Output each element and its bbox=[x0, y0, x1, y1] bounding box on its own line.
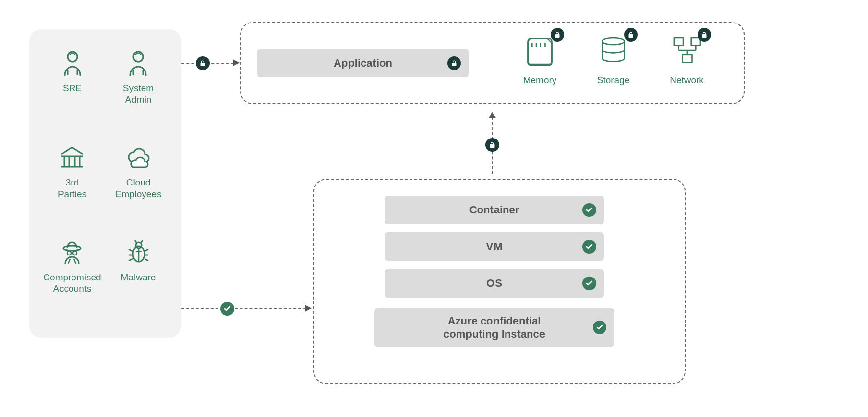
application-bar: Application bbox=[257, 49, 469, 77]
lock-icon bbox=[196, 56, 210, 70]
arrow-head-icon bbox=[233, 59, 240, 66]
arrow-to-stack bbox=[181, 308, 306, 309]
arrow-head-icon bbox=[305, 305, 312, 312]
stack-label: Container bbox=[469, 203, 520, 217]
actor-label: CloudEmployees bbox=[116, 177, 162, 200]
check-icon bbox=[582, 240, 596, 254]
resource-memory: Memory bbox=[519, 32, 560, 86]
check-icon bbox=[593, 321, 606, 334]
lock-icon bbox=[447, 56, 461, 70]
application-label: Application bbox=[334, 57, 392, 70]
lock-icon bbox=[698, 28, 711, 42]
cloud-icon bbox=[125, 143, 152, 171]
actor-label: CompromisedAccounts bbox=[43, 272, 101, 295]
threat-actors-panel: SRE SystemAdmin 3rdParties CloudEmployee… bbox=[29, 29, 181, 338]
spy-icon bbox=[58, 238, 86, 266]
actor-cloud-employees: CloudEmployees bbox=[116, 143, 162, 200]
actor-third-parties: 3rdParties bbox=[58, 143, 87, 200]
actor-compromised-accounts: CompromisedAccounts bbox=[43, 238, 101, 295]
check-icon bbox=[220, 302, 234, 316]
actor-label: SystemAdmin bbox=[123, 82, 154, 106]
stack-label: Azure confidentialcomputing Instance bbox=[443, 314, 545, 341]
bug-icon bbox=[125, 238, 152, 266]
person-icon bbox=[59, 49, 86, 76]
stack-vm: VM bbox=[385, 232, 604, 261]
stack-label: VM bbox=[486, 240, 503, 254]
resource-label: Storage bbox=[597, 75, 630, 86]
stack-os: OS bbox=[385, 269, 604, 298]
resource-network: Network bbox=[666, 32, 707, 86]
stack-container: Container bbox=[385, 196, 604, 224]
building-icon bbox=[58, 143, 86, 171]
check-icon bbox=[582, 277, 596, 290]
actor-label: Malware bbox=[121, 272, 156, 283]
stack-label: OS bbox=[486, 277, 502, 290]
stack-azure-instance: Azure confidentialcomputing Instance bbox=[374, 308, 614, 347]
resource-label: Memory bbox=[523, 75, 557, 86]
actor-sre: SRE bbox=[59, 49, 86, 94]
lock-icon bbox=[485, 138, 499, 152]
lock-icon bbox=[551, 28, 564, 42]
actor-sysadmin: SystemAdmin bbox=[123, 49, 154, 106]
actor-label: SRE bbox=[63, 82, 82, 94]
resource-label: Network bbox=[670, 75, 704, 86]
check-icon bbox=[582, 203, 596, 217]
person-icon bbox=[124, 49, 152, 76]
lock-icon bbox=[624, 28, 638, 42]
actor-label: 3rdParties bbox=[58, 177, 87, 200]
arrow-head-icon bbox=[489, 112, 496, 118]
actor-malware: Malware bbox=[121, 238, 156, 283]
resource-storage: Storage bbox=[593, 32, 634, 86]
